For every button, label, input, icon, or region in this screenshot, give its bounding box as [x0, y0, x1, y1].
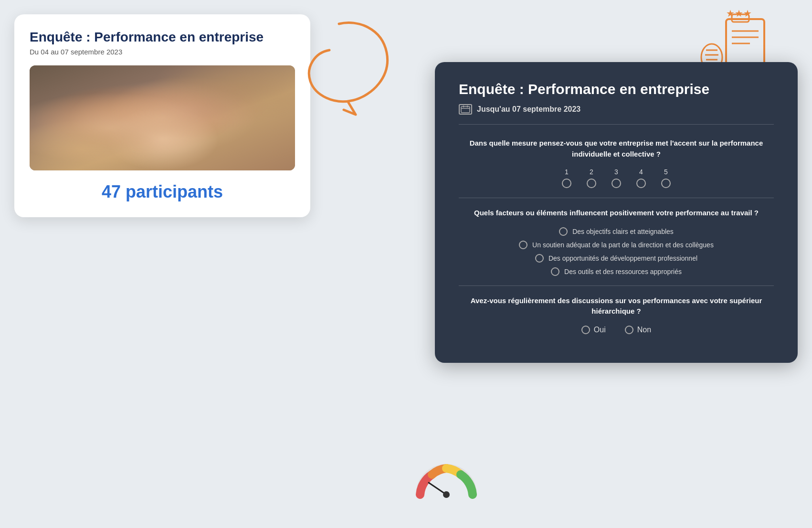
option-label-4: Des outils et des ressources appropriés: [564, 268, 682, 275]
option-radio-1[interactable]: [559, 227, 568, 236]
rating-label-5: 5: [664, 168, 668, 176]
question-1-section: Dans quelle mesure pensez-vous que votre…: [459, 138, 774, 198]
option-item-1: Des objectifs clairs et atteignables: [559, 227, 674, 236]
date-label: Jusqu'au 07 septembre 2023: [477, 105, 580, 114]
left-card-title: Enquête : Performance en entreprise: [30, 30, 295, 45]
non-item: Non: [625, 326, 651, 334]
non-label: Non: [637, 326, 651, 334]
svg-point-17: [443, 491, 450, 498]
question-2-section: Quels facteurs ou éléments influencent p…: [459, 208, 774, 286]
page-container: Enquête : Performance en entreprise Du 0…: [0, 0, 812, 528]
option-item-3: Des opportunités de développement profes…: [535, 254, 697, 263]
team-photo: [30, 65, 295, 170]
gauge-decoration: 😊 😊 😊: [415, 456, 477, 504]
radio-1[interactable]: [562, 179, 571, 188]
rating-item-4: 4: [636, 168, 646, 188]
option-label-3: Des opportunités de développement profes…: [548, 254, 697, 262]
oui-label: Oui: [594, 326, 606, 334]
curl-arrow-decoration: [282, 14, 396, 124]
svg-text:★: ★: [726, 8, 735, 19]
date-row: Jusqu'au 07 septembre 2023: [459, 104, 774, 125]
options-list: Des objectifs clairs et atteignables Un …: [459, 227, 774, 276]
radio-4[interactable]: [636, 179, 646, 188]
option-radio-3[interactable]: [535, 254, 544, 263]
option-label-1: Des objectifs clairs et atteignables: [572, 228, 674, 235]
question-1-text: Dans quelle mesure pensez-vous que votre…: [459, 138, 774, 159]
participants-count: 47 participants: [30, 182, 295, 202]
option-item-4: Des outils et des ressources appropriés: [551, 267, 682, 276]
option-radio-2[interactable]: [519, 241, 527, 249]
svg-text:★: ★: [743, 8, 752, 19]
rating-label-3: 3: [614, 168, 618, 176]
non-radio[interactable]: [625, 326, 633, 334]
option-radio-4[interactable]: [551, 267, 559, 276]
rating-scale: 1 2 3 4 5: [459, 168, 774, 188]
rating-label-2: 2: [590, 168, 593, 176]
svg-rect-12: [461, 106, 470, 113]
radio-2[interactable]: [587, 179, 596, 188]
left-card: Enquête : Performance en entreprise Du 0…: [14, 14, 310, 217]
rating-label-1: 1: [565, 168, 569, 176]
question-3-section: Avez-vous régulièrement des discussions …: [459, 296, 774, 344]
svg-text:★: ★: [735, 8, 743, 19]
right-card-title: Enquête : Performance en entreprise: [459, 81, 774, 97]
left-card-subtitle: Du 04 au 07 septembre 2023: [30, 48, 295, 56]
calendar-icon: [459, 104, 472, 115]
right-card: Enquête : Performance en entreprise Jusq…: [435, 62, 798, 363]
radio-5[interactable]: [661, 179, 671, 188]
radio-3[interactable]: [612, 179, 621, 188]
oui-non-row: Oui Non: [459, 326, 774, 334]
question-3-text: Avez-vous régulièrement des discussions …: [459, 296, 774, 317]
rating-item-5: 5: [661, 168, 671, 188]
rating-item-2: 2: [587, 168, 596, 188]
rating-item-1: 1: [562, 168, 571, 188]
oui-radio[interactable]: [581, 326, 590, 334]
oui-item: Oui: [581, 326, 606, 334]
rating-item-3: 3: [612, 168, 621, 188]
question-2-text: Quels facteurs ou éléments influencent p…: [459, 208, 774, 219]
option-item-2: Un soutien adéquat de la part de la dire…: [519, 241, 714, 249]
option-label-2: Un soutien adéquat de la part de la dire…: [532, 241, 714, 249]
rating-label-4: 4: [639, 168, 643, 176]
hands-image: [30, 65, 295, 170]
